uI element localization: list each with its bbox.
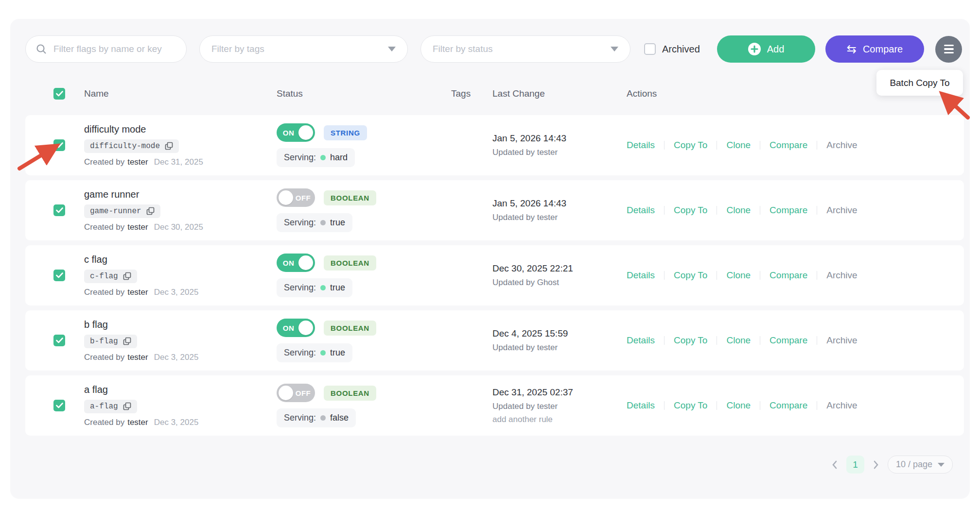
row-action-compare[interactable]: Compare — [770, 205, 807, 216]
row-checkbox[interactable] — [53, 204, 65, 216]
row-action-copy-to[interactable]: Copy To — [674, 270, 707, 281]
row-action-details[interactable]: Details — [627, 205, 655, 216]
row-action-archive[interactable]: Archive — [826, 205, 857, 216]
flag-toggle[interactable]: OFF — [277, 188, 315, 207]
feature-flags-page: Filter by tags Filter by status Archived… — [0, 0, 980, 508]
row-action-archive[interactable]: Archive — [826, 335, 857, 346]
serving-value: true — [330, 348, 345, 358]
row-action-details[interactable]: Details — [627, 335, 655, 346]
serving-label: Serving: — [284, 152, 316, 163]
row-action-copy-to[interactable]: Copy To — [674, 335, 707, 346]
copy-icon[interactable] — [146, 207, 155, 215]
row-action-compare[interactable]: Compare — [770, 270, 807, 281]
page-size-select[interactable]: 10 / page — [888, 456, 953, 474]
row-action-clone[interactable]: Clone — [726, 335, 751, 346]
row-action-archive[interactable]: Archive — [826, 400, 857, 411]
created-date: Dec 31, 2025 — [154, 157, 203, 167]
flag-key: a-flag — [90, 402, 118, 411]
toggle-knob — [298, 255, 313, 270]
row-checkbox[interactable] — [53, 400, 65, 411]
copy-icon[interactable] — [165, 142, 173, 150]
archived-label: Archived — [662, 44, 700, 55]
last-change-date: Jan 5, 2026 14:43 — [492, 133, 627, 144]
serving-value: false — [330, 413, 349, 423]
row-actions: DetailsCopy ToCloneCompareArchive — [627, 270, 964, 281]
row-action-clone[interactable]: Clone — [726, 400, 751, 411]
updated-by-label: Updated by — [492, 402, 535, 411]
archived-filter[interactable]: Archived — [644, 43, 700, 55]
select-all-checkbox[interactable] — [53, 88, 65, 100]
created-date: Dec 3, 2025 — [154, 418, 199, 427]
copy-icon[interactable] — [123, 337, 131, 345]
row-action-compare[interactable]: Compare — [770, 400, 807, 411]
next-page-button[interactable] — [873, 460, 879, 469]
toggle-state-label: OFF — [293, 389, 313, 397]
page-number-1[interactable]: 1 — [846, 456, 864, 474]
archived-checkbox[interactable] — [644, 43, 656, 55]
action-divider — [717, 141, 717, 150]
updated-by-label: Updated by — [492, 148, 535, 157]
serving-dot — [320, 155, 326, 160]
row-action-clone[interactable]: Clone — [726, 270, 751, 281]
creator-name: tester — [127, 418, 148, 427]
action-divider — [760, 271, 760, 280]
flag-key-chip[interactable]: a-flag — [84, 400, 137, 413]
tags-filter-select[interactable]: Filter by tags — [199, 35, 408, 63]
row-action-archive[interactable]: Archive — [826, 140, 857, 151]
flag-key: game-runner — [90, 207, 141, 216]
row-action-details[interactable]: Details — [627, 270, 655, 281]
flag-toggle[interactable]: ON — [277, 319, 315, 337]
serving-chip: Serving: true — [277, 278, 352, 297]
row-action-clone[interactable]: Clone — [726, 205, 751, 216]
flag-name: b flag — [84, 319, 277, 330]
flag-key-chip[interactable]: game-runner — [84, 204, 160, 218]
menu-button[interactable] — [935, 36, 962, 63]
toggle-knob — [279, 190, 293, 205]
row-action-compare[interactable]: Compare — [770, 335, 807, 346]
row-action-details[interactable]: Details — [627, 140, 655, 151]
flag-toggle[interactable]: ON — [277, 254, 315, 272]
row-checkbox[interactable] — [53, 270, 65, 281]
row-action-clone[interactable]: Clone — [726, 140, 751, 151]
created-by-label: Created by — [84, 222, 124, 232]
row-action-compare[interactable]: Compare — [770, 140, 807, 151]
flag-key: b-flag — [90, 337, 118, 346]
serving-label: Serving: — [284, 283, 316, 293]
serving-dot — [320, 285, 326, 290]
copy-icon[interactable] — [123, 272, 131, 280]
row-action-copy-to[interactable]: Copy To — [674, 400, 707, 411]
row-action-archive[interactable]: Archive — [826, 270, 857, 281]
updater-name: tester — [537, 213, 558, 222]
flag-key-chip[interactable]: b-flag — [84, 335, 137, 348]
compare-button[interactable]: ⇆ Compare — [825, 35, 924, 63]
flag-toggle[interactable]: ON — [277, 123, 315, 142]
updater-name: tester — [537, 148, 558, 157]
prev-page-button[interactable] — [831, 460, 838, 469]
flag-key-chip[interactable]: c-flag — [84, 270, 137, 283]
row-action-details[interactable]: Details — [627, 400, 655, 411]
add-button[interactable]: Add — [717, 35, 815, 63]
row-action-copy-to[interactable]: Copy To — [674, 140, 707, 151]
search-input[interactable] — [53, 44, 176, 54]
flag-row: c flag c-flag Created by tester Dec 3, 2… — [25, 245, 964, 305]
flag-row: game runner game-runner Created by teste… — [25, 180, 964, 240]
header-tags: Tags — [451, 88, 492, 99]
search-input-wrap — [25, 35, 187, 63]
serving-label: Serving: — [284, 348, 316, 358]
batch-copy-to-menu-item[interactable]: Batch Copy To — [876, 70, 963, 96]
row-checkbox[interactable] — [53, 335, 65, 346]
action-divider — [664, 271, 665, 280]
row-checkbox[interactable] — [53, 139, 65, 151]
toggle-knob — [298, 125, 313, 140]
status-filter-select[interactable]: Filter by status — [420, 35, 630, 63]
flag-key-chip[interactable]: difficulty-mode — [84, 139, 179, 153]
updated-by-label: Updated by — [492, 278, 535, 287]
serving-dot — [320, 415, 326, 421]
header-last-change: Last Change — [492, 88, 627, 99]
copy-icon[interactable] — [123, 402, 131, 410]
row-action-copy-to[interactable]: Copy To — [674, 205, 707, 216]
flag-toggle[interactable]: OFF — [277, 384, 315, 402]
swap-arrows-icon: ⇆ — [847, 43, 857, 55]
serving-dot — [320, 220, 326, 225]
serving-label: Serving: — [284, 218, 316, 228]
